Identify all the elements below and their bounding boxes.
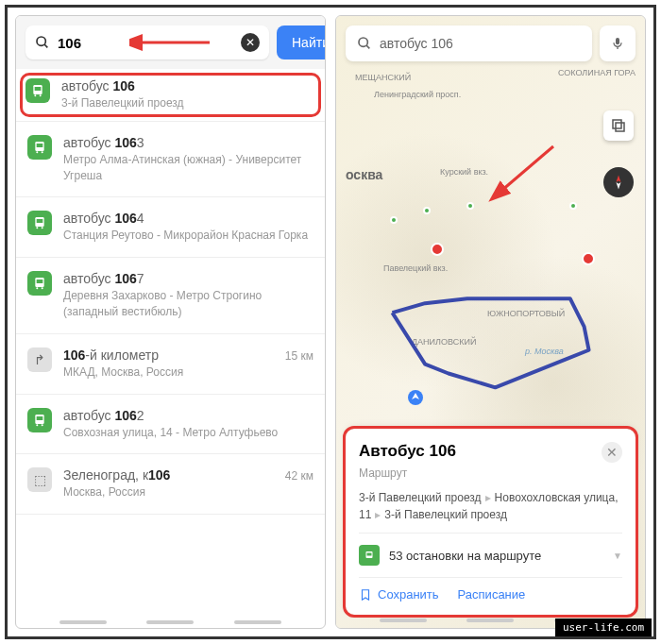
route-stop-marker (431, 243, 444, 256)
nav-bar (16, 620, 325, 628)
stops-count-text: 53 остановки на маршруте (389, 549, 603, 563)
svg-point-14 (42, 228, 43, 229)
voice-button[interactable] (600, 25, 636, 61)
search-input[interactable] (58, 35, 241, 51)
close-card-button[interactable]: ✕ (602, 442, 622, 463)
svg-rect-20 (37, 416, 43, 420)
svg-point-0 (37, 37, 45, 45)
svg-rect-26 (616, 38, 619, 44)
result-item[interactable]: автобус 1063-й Павелецкий проезд (16, 69, 325, 122)
result-title: 106-й километр (63, 347, 274, 363)
place-icon: ⬚ (27, 467, 52, 492)
card-title: Автобус 106 (359, 442, 456, 461)
result-subtitle: Совхозная улица, 14 - Метро Алтуфьево (63, 425, 314, 441)
result-item[interactable]: автобус 1064Станция Реутово - Микрорайон… (16, 197, 325, 258)
svg-line-25 (366, 45, 369, 48)
svg-rect-16 (37, 280, 43, 283)
result-subtitle: Станция Реутово - Микрорайон Красная Гор… (63, 228, 314, 244)
layers-button[interactable] (603, 110, 634, 141)
route-stop-marker (582, 252, 595, 265)
compass-icon (609, 173, 628, 192)
svg-point-17 (36, 288, 38, 290)
result-title: автобус 1063 (63, 135, 314, 150)
result-title: автобус 106 (61, 78, 315, 93)
watermark: user-life.com (555, 619, 652, 636)
search-box[interactable]: ✕ (25, 25, 269, 59)
result-item[interactable]: ⬚Зеленоград, к106Москва, Россия42 км (16, 454, 325, 515)
result-distance: 42 км (285, 469, 314, 483)
route-endpoint (569, 202, 577, 210)
svg-point-18 (42, 288, 43, 290)
bus-icon (27, 271, 52, 296)
route-waypoint (423, 207, 431, 214)
svg-point-6 (40, 94, 42, 96)
result-subtitle: Деревня Захарково - Метро Строгино (запа… (63, 288, 314, 320)
svg-point-5 (34, 94, 36, 96)
result-title: Зеленоград, к106 (63, 467, 274, 483)
svg-rect-4 (35, 87, 42, 91)
route-waypoint (466, 202, 474, 210)
layers-icon (610, 117, 627, 134)
results-list: автобус 1063-й Павелецкий проездавтобус … (16, 69, 325, 620)
phone-map-route: осква МЕЩАНСКИЙ Ленинградский просп. Кур… (335, 15, 646, 629)
svg-point-22 (42, 424, 43, 426)
bus-icon (27, 408, 52, 432)
bookmark-icon (359, 588, 372, 602)
route-direction-marker (407, 389, 424, 406)
compass-button[interactable] (603, 167, 634, 197)
svg-line-1 (44, 44, 47, 47)
svg-rect-31 (367, 553, 372, 556)
clear-search-button[interactable]: ✕ (241, 33, 260, 52)
card-subtitle: Маршрут (359, 466, 622, 480)
result-title: автобус 1062 (63, 408, 314, 423)
mic-icon (610, 36, 625, 51)
map-search-text: автобус 106 (380, 36, 453, 51)
svg-point-9 (36, 151, 38, 153)
save-button[interactable]: Сохранить (359, 587, 439, 602)
result-item[interactable]: ↱106-й километрМКАД, Москва, Россия15 км (16, 334, 325, 395)
result-item[interactable]: автобус 1067Деревня Захарково - Метро Ст… (16, 258, 325, 334)
bus-icon (25, 78, 50, 103)
svg-point-10 (42, 151, 43, 153)
route-endpoint (390, 216, 398, 224)
svg-rect-8 (37, 144, 43, 147)
result-subtitle: Метро Алма-Атинская (южная) - Университе… (63, 152, 314, 184)
result-subtitle: МКАД, Москва, Россия (63, 364, 274, 381)
bus-icon (27, 211, 52, 235)
result-title: автобус 1064 (63, 211, 314, 226)
stops-row[interactable]: 53 остановки на маршруте ▼ (359, 534, 622, 578)
svg-point-21 (36, 424, 38, 426)
map-search-box[interactable]: автобус 106 (346, 25, 592, 61)
bus-icon (27, 135, 52, 160)
result-item[interactable]: автобус 1062Совхозная улица, 14 - Метро … (16, 395, 325, 455)
phone-search-results: ✕ Найти автобус 1063-й Павелецкий проезд… (15, 15, 326, 629)
result-subtitle: 3-й Павелецкий проезд (61, 95, 315, 111)
search-icon (357, 36, 372, 51)
svg-point-24 (359, 38, 367, 46)
route-detail-card: Автобус 106 ✕ Маршрут 3-й Павелецкий про… (346, 429, 636, 615)
result-title: автобус 1067 (63, 271, 314, 286)
svg-rect-12 (37, 219, 43, 223)
chevron-down-icon: ▼ (613, 551, 622, 561)
result-distance: 15 км (285, 349, 314, 363)
result-subtitle: Москва, Россия (63, 484, 274, 500)
result-item[interactable]: автобус 1063Метро Алма-Атинская (южная) … (16, 122, 325, 198)
schedule-button[interactable]: Расписание (458, 587, 526, 602)
svg-rect-27 (613, 120, 621, 128)
svg-rect-28 (616, 123, 624, 131)
bus-icon (359, 545, 380, 566)
find-button[interactable]: Найти (277, 25, 326, 59)
place-icon: ↱ (27, 347, 52, 372)
route-path-text: 3-й Павелецкий проезд▸Новохохловская ули… (359, 489, 622, 534)
svg-point-13 (36, 228, 38, 229)
search-icon (35, 35, 50, 50)
